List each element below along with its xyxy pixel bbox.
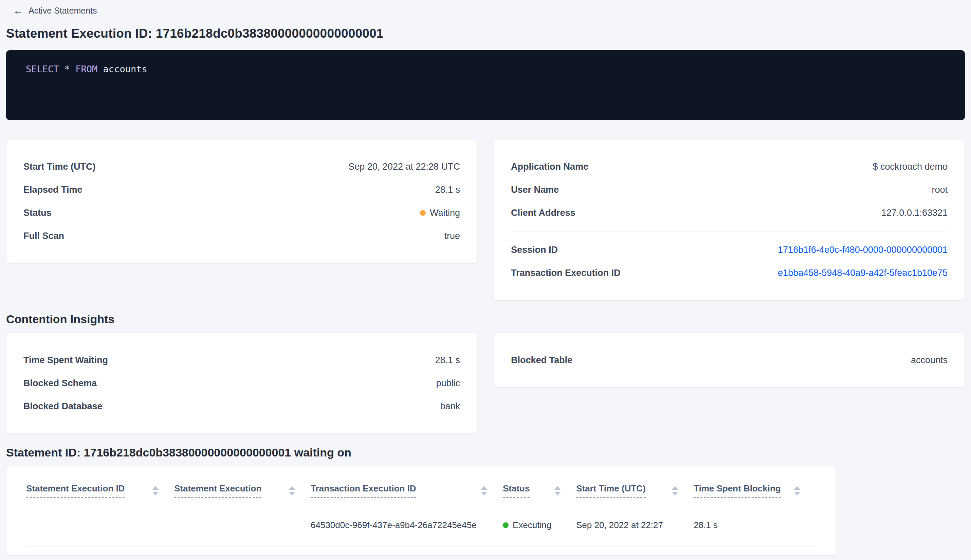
session-details-card: Application Name $ cockroach demo User N…	[494, 139, 965, 300]
sort-icon[interactable]	[794, 486, 800, 495]
application-name-value: $ cockroach demo	[873, 162, 948, 172]
application-name-label: Application Name	[511, 162, 588, 172]
column-header-label: Statement Execution	[174, 483, 262, 498]
cell-transaction-execution-id: 64530d0c-969f-437e-a9b4-26a72245e45e	[311, 505, 503, 547]
column-header-start-time[interactable]: Start Time (UTC)	[576, 466, 694, 505]
column-header-label: Transaction Execution ID	[311, 483, 416, 498]
status-row: Status Waiting	[23, 201, 460, 224]
execution-details-card: Start Time (UTC) Sep 20, 2022 at 22:28 U…	[6, 139, 477, 263]
sql-keyword-select: SELECT	[26, 64, 59, 74]
elapsed-time-label: Elapsed Time	[23, 185, 82, 195]
contention-cards-row: Time Spent Waiting 28.1 s Blocked Schema…	[6, 333, 965, 434]
sort-icon[interactable]	[289, 486, 295, 495]
sort-icon[interactable]	[554, 486, 561, 495]
back-link-active-statements[interactable]: ← Active Statements	[13, 5, 97, 16]
sort-icon[interactable]	[481, 486, 487, 495]
session-id-link[interactable]: 1716b1f6-4e0c-f480-0000-000000000001	[778, 245, 948, 255]
transaction-execution-id-link[interactable]: e1bba458-5948-40a9-a42f-5feac1b10e75	[778, 268, 948, 278]
sort-icon[interactable]	[152, 486, 158, 495]
time-spent-waiting-value: 28.1 s	[435, 355, 460, 365]
column-header-label: Start Time (UTC)	[576, 483, 646, 498]
cell-statement-execution	[174, 505, 311, 547]
contention-blocked-table-card: Blocked Table accounts	[494, 333, 965, 388]
column-header-label: Time Spent Blocking	[694, 483, 781, 498]
table-header-row: Statement Execution ID Statement Executi…	[26, 466, 816, 505]
sql-star: *	[59, 64, 76, 74]
full-scan-row: Full Scan true	[23, 224, 460, 247]
cell-status: Executing	[503, 505, 576, 547]
elapsed-time-value: 28.1 s	[435, 185, 460, 195]
column-header-statement-execution-id[interactable]: Statement Execution ID	[26, 466, 174, 505]
column-header-label: Status	[503, 483, 530, 498]
waiting-on-table-card: Statement Execution ID Statement Executi…	[6, 466, 836, 556]
blocked-schema-label: Blocked Schema	[23, 378, 97, 388]
start-time-label: Start Time (UTC)	[23, 162, 96, 172]
blocked-schema-row: Blocked Schema public	[23, 372, 460, 395]
back-link-label: Active Statements	[28, 6, 97, 16]
back-arrow-icon: ←	[13, 5, 23, 16]
client-address-label: Client Address	[511, 208, 576, 218]
sql-table-name: accounts	[97, 64, 147, 74]
sql-statement-box: SELECT * FROM accounts	[6, 50, 965, 120]
contention-insights-heading: Contention Insights	[6, 313, 965, 326]
overview-cards-row: Start Time (UTC) Sep 20, 2022 at 22:28 U…	[6, 139, 965, 300]
blocked-table-label: Blocked Table	[511, 355, 572, 365]
session-id-row: Session ID 1716b1f6-4e0c-f480-0000-00000…	[511, 238, 948, 261]
user-name-row: User Name root	[511, 178, 948, 201]
status-waiting-text: Waiting	[430, 208, 460, 218]
waiting-on-table: Statement Execution ID Statement Executi…	[26, 466, 816, 547]
column-header-status[interactable]: Status	[503, 466, 576, 505]
card-divider	[511, 231, 948, 232]
status-value: Waiting	[420, 208, 460, 218]
session-id-label: Session ID	[511, 245, 558, 255]
sql-keyword-from: FROM	[75, 64, 97, 74]
status-label: Status	[23, 208, 52, 218]
elapsed-time-row: Elapsed Time 28.1 s	[23, 178, 460, 201]
status-executing-dot-icon	[503, 522, 509, 528]
blocked-schema-value: public	[436, 378, 460, 388]
page-title: Statement Execution ID: 1716b218dc0b3838…	[6, 27, 965, 41]
column-header-time-spent-blocking[interactable]: Time Spent Blocking	[694, 466, 816, 505]
transaction-execution-id-row: Transaction Execution ID e1bba458-5948-4…	[511, 261, 948, 284]
blocked-database-value: bank	[440, 401, 460, 412]
blocked-database-label: Blocked Database	[23, 401, 103, 412]
column-header-statement-execution[interactable]: Statement Execution	[174, 466, 311, 505]
full-scan-label: Full Scan	[23, 231, 64, 241]
full-scan-value: true	[444, 231, 460, 241]
transaction-execution-id-label: Transaction Execution ID	[511, 268, 621, 278]
column-header-label: Statement Execution ID	[26, 483, 125, 498]
cell-start-time: Sep 20, 2022 at 22:27	[576, 505, 694, 547]
blocked-table-row: Blocked Table accounts	[511, 348, 948, 372]
blocked-table-value: accounts	[911, 355, 948, 365]
status-waiting-dot-icon	[420, 210, 426, 216]
cell-time-spent-blocking: 28.1 s	[694, 505, 816, 547]
table-row: 64530d0c-969f-437e-a9b4-26a72245e45e Exe…	[26, 505, 816, 547]
application-name-row: Application Name $ cockroach demo	[511, 155, 948, 178]
status-executing-text: Executing	[513, 520, 551, 530]
statement-execution-detail-page: ← Active Statements Statement Execution …	[0, 0, 971, 556]
sort-icon[interactable]	[672, 486, 678, 495]
waiting-on-heading: Statement ID: 1716b218dc0b38380000000000…	[6, 446, 965, 459]
start-time-value: Sep 20, 2022 at 22:28 UTC	[348, 162, 460, 172]
time-spent-waiting-label: Time Spent Waiting	[23, 355, 108, 365]
blocked-database-row: Blocked Database bank	[23, 395, 460, 418]
cell-statement-execution-id	[26, 505, 174, 547]
start-time-row: Start Time (UTC) Sep 20, 2022 at 22:28 U…	[23, 155, 460, 178]
client-address-value: 127.0.0.1:63321	[881, 208, 948, 218]
column-header-transaction-execution-id[interactable]: Transaction Execution ID	[311, 466, 503, 505]
time-spent-waiting-row: Time Spent Waiting 28.1 s	[23, 348, 460, 372]
user-name-value: root	[932, 185, 948, 195]
client-address-row: Client Address 127.0.0.1:63321	[511, 201, 948, 224]
contention-waiting-card: Time Spent Waiting 28.1 s Blocked Schema…	[6, 333, 477, 434]
user-name-label: User Name	[511, 185, 559, 195]
